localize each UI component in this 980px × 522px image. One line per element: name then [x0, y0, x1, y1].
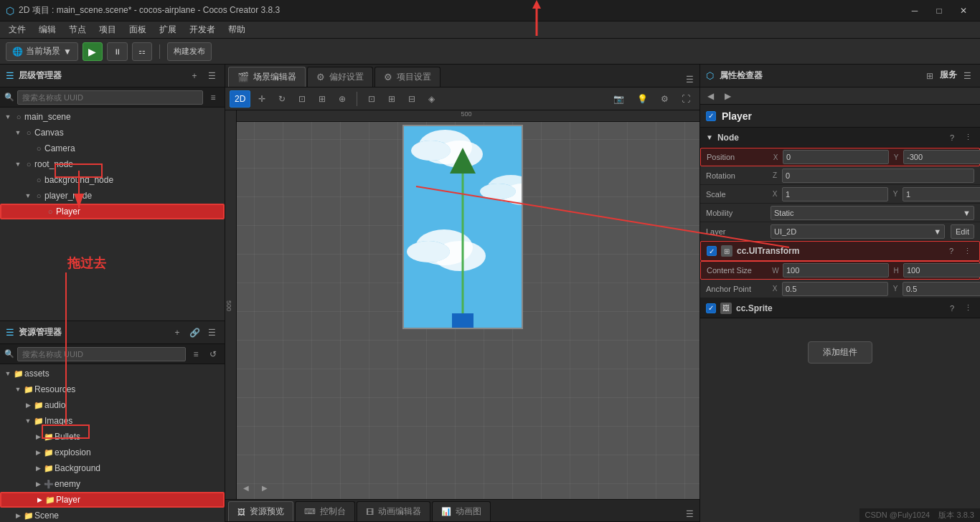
asset-add-button[interactable]: +: [170, 326, 184, 340]
editor-menu-button[interactable]: ☰: [682, 72, 697, 87]
nav-back-button[interactable]: ◀: [703, 89, 717, 103]
hierarchy-search-input[interactable]: [17, 90, 203, 105]
asset-menu-button[interactable]: ☰: [204, 326, 219, 340]
asset-item-bullets[interactable]: ▶ 📁 Bullets: [0, 429, 225, 445]
menu-file[interactable]: 文件: [3, 22, 32, 37]
tree-item-canvas[interactable]: ▼ ○ Canvas: [0, 125, 225, 141]
scene-forward-button[interactable]: ▶: [257, 479, 273, 496]
tab-scene-editor[interactable]: 🎬 场景编辑器: [228, 67, 306, 87]
asset-sort-button[interactable]: ≡: [189, 347, 203, 361]
scene-2d-btn[interactable]: 2D: [230, 90, 250, 108]
tab-preferences[interactable]: ⚙ 偏好设置: [307, 67, 373, 87]
tab-project-settings[interactable]: ⚙ 项目设置: [374, 67, 440, 87]
asset-refresh-button[interactable]: ↺: [206, 347, 220, 361]
tab-asset-preview[interactable]: 🖼 资源预览: [228, 501, 293, 521]
tree-item-camera[interactable]: ○ Camera: [0, 141, 225, 156]
uitransform-help-button[interactable]: ?: [945, 245, 958, 257]
step-button[interactable]: ⚏: [132, 42, 152, 61]
scene-fullscreen-btn[interactable]: ⛶: [677, 90, 695, 108]
scene-view[interactable]: 500 500 ◀ ▶: [225, 110, 699, 499]
rotation-input[interactable]: [782, 169, 974, 183]
menu-panel[interactable]: 面板: [123, 22, 152, 37]
tree-item-background-node[interactable]: ○ background_node: [0, 172, 225, 188]
scene-transform-btn[interactable]: ⊕: [334, 90, 351, 108]
tab-animation-graph[interactable]: 📊 动画图: [432, 501, 491, 521]
menu-edit[interactable]: 编辑: [33, 22, 62, 37]
scene-back-button[interactable]: ◀: [238, 479, 254, 496]
asset-search-input[interactable]: [17, 347, 186, 361]
pause-button[interactable]: ⏸: [107, 42, 128, 61]
scene-fit-btn[interactable]: ⊡: [363, 90, 380, 108]
hierarchy-sort-button[interactable]: ≡: [206, 90, 220, 105]
layer-dropdown[interactable]: UI_2D ▼: [771, 224, 945, 239]
scene-gizmo-btn[interactable]: ◈: [423, 90, 440, 108]
hierarchy-add-button[interactable]: +: [187, 69, 202, 83]
play-button[interactable]: ▶: [83, 42, 103, 61]
scene-grid-btn[interactable]: ⊞: [383, 90, 400, 108]
scene-rotate-btn[interactable]: ↻: [273, 90, 291, 108]
bottom-tabs-menu[interactable]: ☰: [682, 507, 697, 521]
asset-item-images[interactable]: ▼ 📁 Images: [0, 413, 225, 429]
node-help-button[interactable]: ?: [946, 131, 958, 144]
position-x-input[interactable]: [783, 150, 889, 164]
scene-rect-btn[interactable]: ⊞: [314, 90, 331, 108]
asset-item-assets[interactable]: ▼ 📁 assets: [0, 366, 225, 381]
sprite-help-button[interactable]: ?: [946, 302, 958, 315]
tree-arrow: ▼: [23, 192, 33, 199]
asset-item-player[interactable]: ▶ 📁 Player: [0, 492, 225, 508]
anchor-y-input[interactable]: [903, 282, 980, 296]
scene-scale-btn[interactable]: ⊡: [293, 90, 311, 108]
sprite-header[interactable]: ✓ 🖼 cc.Sprite ? ⋮: [700, 298, 980, 318]
nav-forward-button[interactable]: ▶: [720, 89, 735, 103]
uitransform-menu-button[interactable]: ⋮: [961, 245, 974, 257]
scene-light-btn[interactable]: 💡: [632, 90, 653, 108]
content-size-w-input[interactable]: [783, 263, 889, 277]
asset-item-resources[interactable]: ▼ 📁 Resources: [0, 381, 225, 397]
mobility-dropdown[interactable]: Static ▼: [771, 206, 974, 220]
build-button[interactable]: 构建发布: [167, 42, 212, 61]
asset-item-explosion[interactable]: ▶ 📁 explosion: [0, 445, 225, 460]
tab-console[interactable]: ⌨ 控制台: [295, 501, 355, 521]
scale-y-input[interactable]: [903, 187, 980, 201]
sprite-checkbox[interactable]: ✓: [706, 303, 716, 313]
anchor-point-row: Anchor Point X Y: [700, 280, 980, 298]
inspector-menu-button[interactable]: ☰: [960, 69, 974, 83]
maximize-button[interactable]: □: [928, 4, 950, 18]
menu-help[interactable]: 帮助: [222, 22, 251, 37]
uitransform-header[interactable]: ✓ ⊞ cc.UITransform ? ⋮: [700, 241, 980, 261]
add-component-button[interactable]: 添加组件: [808, 341, 872, 364]
scene-snap-btn[interactable]: ⊟: [403, 90, 420, 108]
asset-item-enemy[interactable]: ▶ ➕ enemy: [0, 476, 225, 492]
tree-item-player-node[interactable]: ▼ ○ player_node: [0, 188, 225, 204]
menu-node[interactable]: 节点: [63, 22, 92, 37]
asset-item-background[interactable]: ▶ 📁 Background: [0, 460, 225, 476]
minimize-button[interactable]: ─: [904, 4, 925, 18]
scene-move-btn[interactable]: ✛: [253, 90, 270, 108]
content-size-h-input[interactable]: [903, 263, 980, 277]
inspector-service-icon[interactable]: ⊞: [923, 69, 937, 83]
sprite-menu-button[interactable]: ⋮: [961, 302, 974, 315]
player-active-checkbox[interactable]: ✓: [706, 111, 716, 121]
node-menu-button[interactable]: ⋮: [961, 131, 974, 144]
tree-item-root-node[interactable]: ▼ ○ root_node: [0, 156, 225, 172]
menu-extend[interactable]: 扩展: [154, 22, 182, 37]
asset-item-audio[interactable]: ▶ 📁 audio: [0, 397, 225, 413]
tab-animation-editor[interactable]: 🎞 动画编辑器: [357, 501, 430, 521]
asset-item-scene[interactable]: ▶ 📁 Scene: [0, 508, 225, 522]
tree-item-main-scene[interactable]: ▼ ○ main_scene: [0, 109, 225, 125]
scale-x-input[interactable]: [782, 187, 888, 201]
anchor-x-input[interactable]: [782, 282, 888, 296]
asset-link-button[interactable]: 🔗: [187, 326, 202, 340]
scene-settings-btn[interactable]: ⚙: [656, 90, 674, 108]
menu-developer[interactable]: 开发者: [184, 22, 221, 37]
uitransform-checkbox[interactable]: ✓: [707, 246, 717, 256]
layer-edit-button[interactable]: Edit: [951, 224, 974, 239]
scene-camera-btn[interactable]: 📷: [608, 90, 629, 108]
scene-select[interactable]: 🌐 当前场景 ▼: [6, 42, 78, 61]
tree-item-player[interactable]: ○ Player: [0, 204, 225, 219]
close-button[interactable]: ✕: [953, 4, 974, 18]
position-y-input[interactable]: [903, 150, 980, 164]
node-component-header[interactable]: ▼ Node ? ⋮: [700, 128, 980, 148]
menu-project[interactable]: 项目: [93, 22, 122, 37]
hierarchy-menu-button[interactable]: ☰: [204, 69, 219, 83]
